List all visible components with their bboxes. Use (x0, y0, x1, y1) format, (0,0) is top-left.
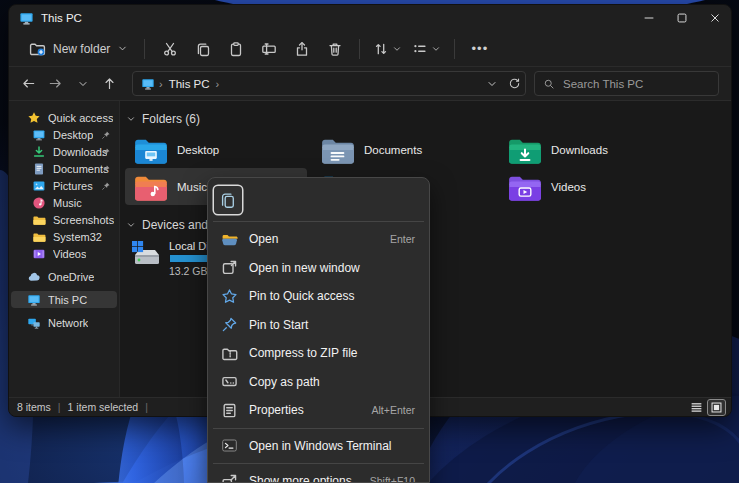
star-icon (27, 111, 41, 125)
sidebar-item-music[interactable]: Music (11, 194, 117, 211)
sidebar-item-label: Network (48, 317, 88, 329)
pin-icon (101, 130, 111, 140)
new-folder-label: New folder (53, 42, 110, 56)
sidebar-item-desktop[interactable]: Desktop (11, 126, 117, 143)
rename-button[interactable] (252, 34, 285, 64)
search-icon (543, 78, 555, 90)
sidebar-item-pictures[interactable]: Pictures (11, 177, 117, 194)
sidebar-item-label: This PC (48, 294, 87, 306)
folders-section-header[interactable]: Folders (6) (120, 111, 731, 127)
breadcrumb-this-pc[interactable]: This PC (169, 78, 210, 90)
menu-item-pin-to-quick-access[interactable]: Pin to Quick access (212, 282, 425, 311)
chevron-down-icon (117, 43, 128, 54)
sidebar-item-this-pc[interactable]: This PC (11, 291, 117, 308)
sidebar-item-downloads[interactable]: Downloads (11, 143, 117, 160)
folder-tile-videos[interactable]: Videos (499, 168, 681, 205)
share-button[interactable] (285, 34, 318, 64)
command-toolbar: New folder ••• (9, 31, 731, 67)
sidebar-item-label: Pictures (53, 180, 93, 192)
forward-button[interactable] (42, 70, 69, 97)
m-pin-icon (221, 316, 238, 333)
crumb-separator: › (159, 78, 163, 90)
menu-item-compress-to-zip-file[interactable]: Compress to ZIP file (212, 339, 425, 368)
download-icon (32, 145, 46, 159)
maximize-button[interactable] (665, 5, 698, 31)
collapse-chevron-icon (126, 220, 136, 230)
folder-icon (32, 230, 46, 244)
menu-separator (213, 221, 424, 222)
search-input[interactable]: Search This PC (534, 71, 719, 96)
m-open-icon (221, 231, 238, 248)
menu-separator (213, 463, 424, 464)
menu-item-open-in-windows-terminal[interactable]: Open in Windows Terminal (212, 432, 425, 461)
sidebar-item-label: System32 (53, 231, 102, 243)
menu-item-properties[interactable]: PropertiesAlt+Enter (212, 396, 425, 425)
menu-item-open-in-new-window[interactable]: Open in new window (212, 254, 425, 283)
copy-icon (219, 191, 237, 209)
sidebar-item-onedrive[interactable]: OneDrive (11, 268, 117, 285)
copy-button[interactable] (186, 34, 219, 64)
menu-item-open[interactable]: OpenEnter (212, 225, 425, 254)
folder-tile-label: Desktop (177, 144, 219, 156)
new-folder-button[interactable]: New folder (21, 36, 136, 61)
see-more-button[interactable]: ••• (463, 34, 496, 64)
address-dropdown-chevron[interactable] (486, 78, 498, 90)
this-pc-icon (141, 77, 155, 91)
window-controls (632, 5, 731, 31)
close-button[interactable] (698, 5, 731, 31)
minimize-button[interactable] (632, 5, 665, 31)
view-button[interactable] (407, 34, 446, 64)
details-view-button[interactable] (688, 400, 705, 415)
pin-icon (101, 181, 111, 191)
folder-music-icon (133, 172, 169, 202)
folder-tile-downloads[interactable]: Downloads (499, 131, 681, 168)
sidebar-item-videos[interactable]: Videos (11, 245, 117, 262)
title-bar[interactable]: This PC (9, 5, 731, 31)
folder-tile-label: Music (177, 181, 207, 193)
large-icons-view-button[interactable] (708, 400, 725, 415)
breadcrumb[interactable]: › This PC › (132, 71, 526, 96)
recent-locations-chevron[interactable] (69, 70, 96, 97)
document-icon (32, 162, 46, 176)
delete-button[interactable] (318, 34, 351, 64)
collapse-chevron-icon (126, 114, 136, 124)
item-count: 8 items (17, 401, 51, 413)
menu-item-shortcut: Alt+Enter (372, 404, 415, 416)
toolbar-divider (144, 39, 145, 59)
search-placeholder: Search This PC (563, 78, 643, 90)
sidebar-item-screenshots[interactable]: Screenshots (11, 211, 117, 228)
menu-item-pin-to-start[interactable]: Pin to Start (212, 311, 425, 340)
cut-button[interactable] (153, 34, 186, 64)
folder-tile-desktop[interactable]: Desktop (125, 131, 307, 168)
up-button[interactable] (96, 70, 123, 97)
copy-quick-action-button[interactable] (214, 186, 242, 214)
back-button[interactable] (15, 70, 42, 97)
menu-item-label: Open (249, 232, 278, 246)
network-icon (27, 316, 41, 330)
share-icon (294, 41, 310, 57)
sidebar-item-label: Downloads (53, 146, 107, 158)
sort-button[interactable] (368, 34, 407, 64)
sidebar-item-documents[interactable]: Documents (11, 160, 117, 177)
folder-videos-icon (507, 172, 543, 202)
sidebar-item-label: Videos (53, 248, 86, 260)
folder-tile-documents[interactable]: Documents (312, 131, 494, 168)
sidebar-item-quick-access[interactable]: Quick access (11, 109, 117, 126)
refresh-icon[interactable] (508, 77, 521, 90)
pictures-icon (32, 179, 46, 193)
sidebar-item-label: Screenshots (53, 214, 114, 226)
sidebar-item-system32[interactable]: System32 (11, 228, 117, 245)
sidebar-item-network[interactable]: Network (11, 314, 117, 331)
folder-tile-label: Documents (364, 144, 422, 156)
menu-item-label: Open in new window (249, 261, 360, 275)
menu-item-copy-as-path[interactable]: Copy as path (212, 368, 425, 397)
sidebar-item-label: Desktop (53, 129, 93, 141)
menu-item-show-more-options[interactable]: Show more optionsShift+F10 (212, 467, 425, 483)
sort-icon (373, 41, 389, 57)
status-separator: | (145, 401, 148, 413)
m-zip-icon (221, 345, 238, 362)
desktop-icon (32, 128, 46, 142)
crumb-separator: › (216, 78, 220, 90)
sidebar-item-label: Quick access (48, 112, 113, 124)
paste-button[interactable] (219, 34, 252, 64)
